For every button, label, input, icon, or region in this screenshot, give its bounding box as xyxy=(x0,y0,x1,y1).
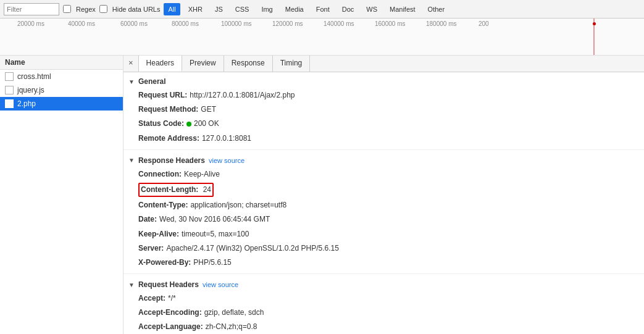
tick-3: 60000 ms xyxy=(120,20,148,27)
remote-address-value: 127.0.0.1:8081 xyxy=(202,133,251,144)
tick-8: 160000 ms xyxy=(375,20,405,27)
divider-1 xyxy=(123,149,644,150)
rh-content-length-value: 24 xyxy=(203,185,211,194)
reqh-accept-language-value: zh-CN,zh;q=0.8 xyxy=(206,321,257,333)
general-triangle-icon: ▼ xyxy=(128,78,135,85)
response-headers-title: ▼ Response Headers view source xyxy=(123,154,644,167)
request-headers-triangle-icon: ▼ xyxy=(128,282,135,288)
reqh-accept-encoding-value: gzip, deflate, sdch xyxy=(204,307,264,319)
tick-9: 180000 ms xyxy=(426,20,456,27)
general-section-title: ▼ General xyxy=(123,75,644,88)
tab-headers[interactable]: Headers xyxy=(139,56,182,72)
rh-date-row: Date: Wed, 30 Nov 2016 06:45:44 GMT xyxy=(123,212,644,227)
tick-2: 40000 ms xyxy=(68,20,95,27)
file-icon-2-php xyxy=(5,99,14,108)
tab-timing[interactable]: Timing xyxy=(273,56,311,72)
rh-keep-alive-key: Keep-Alive: xyxy=(138,228,179,240)
media-filter-button[interactable]: Media xyxy=(281,3,308,15)
manifest-filter-button[interactable]: Manifest xyxy=(385,3,420,15)
xhr-filter-button[interactable]: XHR xyxy=(184,3,207,15)
rh-connection-value: Keep-Alive xyxy=(184,169,220,180)
response-headers-view-source[interactable]: view source xyxy=(209,157,245,164)
rh-keep-alive-value: timeout=5, max=100 xyxy=(182,228,249,240)
reqh-accept-value: */* xyxy=(168,293,176,304)
regex-checkbox[interactable] xyxy=(63,5,71,13)
rh-x-powered-by-row: X-Powered-By: PHP/5.6.15 xyxy=(123,256,644,270)
ws-filter-button[interactable]: WS xyxy=(362,3,382,15)
divider-2 xyxy=(123,273,644,274)
file-item-jquery-js[interactable]: jquery.js xyxy=(0,83,123,97)
response-headers-triangle-icon: ▼ xyxy=(128,157,135,164)
all-filter-button[interactable]: All xyxy=(164,3,180,15)
rh-x-powered-by-key: X-Powered-By: xyxy=(138,257,191,269)
tick-6: 120000 ms xyxy=(272,20,303,27)
remote-address-row: Remote Address: 127.0.0.1:8081 xyxy=(123,132,644,146)
general-label: General xyxy=(138,77,166,86)
doc-filter-button[interactable]: Doc xyxy=(338,3,359,15)
close-tab-button[interactable]: × xyxy=(123,56,139,72)
tabs-bar: × Headers Preview Response Timing xyxy=(123,56,644,72)
regex-label: Regex xyxy=(76,6,96,13)
remote-address-key: Remote Address: xyxy=(138,133,199,144)
filter-input[interactable] xyxy=(4,3,59,15)
file-name-jquery-js: jquery.js xyxy=(17,86,44,94)
file-list-header: Name xyxy=(0,56,123,70)
reqh-accept-language-row: Accept-Language: zh-CN,zh;q=0.8 xyxy=(123,320,644,334)
rh-content-type-key: Content-Type: xyxy=(138,199,188,211)
response-headers-section: ▼ Response Headers view source Connectio… xyxy=(123,151,644,272)
request-url-key: Request URL: xyxy=(138,90,187,101)
reqh-accept-key: Accept: xyxy=(138,293,165,304)
status-code-row: Status Code: 200 OK xyxy=(123,117,644,131)
tick-7: 140000 ms xyxy=(324,20,354,27)
rh-connection-row: Connection: Keep-Alive xyxy=(123,167,644,182)
file-name-2-php: 2.php xyxy=(17,99,36,108)
hide-data-urls-checkbox[interactable] xyxy=(99,5,107,13)
request-url-row: Request URL: http://127.0.0.1:8081/Ajax/… xyxy=(123,88,644,102)
general-section: ▼ General Request URL: http://127.0.0.1:… xyxy=(123,72,644,148)
reqh-accept-encoding-key: Accept-Encoding: xyxy=(138,307,202,319)
file-name-cross-html: cross.html xyxy=(17,72,51,81)
timeline-dot xyxy=(593,22,596,25)
response-headers-label: Response Headers xyxy=(138,156,205,165)
tick-10: 200 xyxy=(479,20,489,27)
request-headers-view-source[interactable]: view source xyxy=(203,281,238,288)
file-icon-cross-html xyxy=(5,72,14,81)
rh-content-length-row: Content-Length: 24 xyxy=(123,182,644,198)
rh-date-value: Wed, 30 Nov 2016 06:45:44 GMT xyxy=(159,214,270,225)
rh-keep-alive-row: Keep-Alive: timeout=5, max=100 xyxy=(123,227,644,241)
file-icon-jquery-js xyxy=(5,86,14,94)
request-headers-label: Request Headers xyxy=(138,280,199,289)
details-panel: × Headers Preview Response Timing ▼ Gene… xyxy=(123,56,644,334)
reqh-accept-language-key: Accept-Language: xyxy=(138,321,203,333)
reqh-accept-row: Accept: */* xyxy=(123,291,644,306)
tab-response[interactable]: Response xyxy=(224,56,273,72)
tick-1: 20000 ms xyxy=(17,20,44,27)
main-area: Name cross.html jquery.js 2.php × Header… xyxy=(0,56,644,334)
rh-content-type-row: Content-Type: application/json; charset=… xyxy=(123,198,644,212)
file-item-cross-html[interactable]: cross.html xyxy=(0,70,123,83)
request-headers-section: ▼ Request Headers view source Accept: */… xyxy=(123,275,644,334)
rh-content-type-value: application/json; charset=utf8 xyxy=(190,199,286,211)
tick-5: 100000 ms xyxy=(221,20,251,27)
hide-data-urls-label: Hide data URLs xyxy=(112,6,161,13)
js-filter-button[interactable]: JS xyxy=(211,3,227,15)
status-code-key: Status Code: xyxy=(138,118,184,130)
tick-4: 80000 ms xyxy=(172,20,199,27)
other-filter-button[interactable]: Other xyxy=(424,3,450,15)
rh-server-row: Server: Apache/2.4.17 (Win32) OpenSSL/1.… xyxy=(123,241,644,256)
reqh-accept-encoding-row: Accept-Encoding: gzip, deflate, sdch xyxy=(123,306,644,320)
file-item-2-php[interactable]: 2.php xyxy=(0,97,123,111)
rh-date-key: Date: xyxy=(138,214,157,225)
request-method-key: Request Method: xyxy=(138,104,198,115)
img-filter-button[interactable]: Img xyxy=(257,3,277,15)
request-method-value: GET xyxy=(201,104,216,115)
rh-x-powered-by-value: PHP/5.6.15 xyxy=(193,257,231,269)
file-list: Name cross.html jquery.js 2.php xyxy=(0,56,123,334)
status-code-value: 200 OK xyxy=(186,118,219,130)
request-headers-title: ▼ Request Headers view source xyxy=(123,278,644,291)
request-url-value: http://127.0.0.1:8081/Ajax/2.php xyxy=(190,90,295,101)
request-method-row: Request Method: GET xyxy=(123,102,644,117)
tab-preview[interactable]: Preview xyxy=(182,56,224,72)
css-filter-button[interactable]: CSS xyxy=(231,3,254,15)
font-filter-button[interactable]: Font xyxy=(312,3,334,15)
